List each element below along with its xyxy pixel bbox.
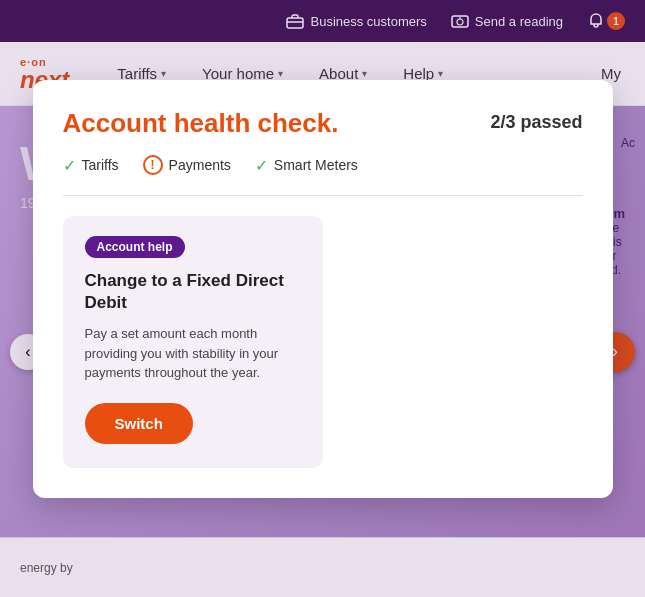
checkmark-icon: ✓ <box>255 156 268 175</box>
checkmark-icon: ✓ <box>63 156 76 175</box>
check-tariffs: ✓ Tariffs <box>63 156 119 175</box>
check-payments-label: Payments <box>169 157 231 173</box>
card-title: Change to a Fixed Direct Debit <box>85 270 301 314</box>
card-description: Pay a set amount each month providing yo… <box>85 324 301 383</box>
check-tariffs-label: Tariffs <box>82 157 119 173</box>
check-items-row: ✓ Tariffs ! Payments ✓ Smart Meters <box>63 155 583 175</box>
check-payments: ! Payments <box>143 155 231 175</box>
modal-divider <box>63 195 583 196</box>
modal-overlay: Account health check. 2/3 passed ✓ Tarif… <box>0 0 645 597</box>
check-smart-meters: ✓ Smart Meters <box>255 156 358 175</box>
account-health-modal: Account health check. 2/3 passed ✓ Tarif… <box>33 80 613 498</box>
switch-button[interactable]: Switch <box>85 403 193 444</box>
warning-icon: ! <box>143 155 163 175</box>
modal-title: Account health check. <box>63 108 339 139</box>
modal-header: Account health check. 2/3 passed <box>63 108 583 139</box>
modal-passed: 2/3 passed <box>490 112 582 133</box>
account-help-card: Account help Change to a Fixed Direct De… <box>63 216 323 468</box>
card-tag: Account help <box>85 236 185 258</box>
check-smart-meters-label: Smart Meters <box>274 157 358 173</box>
